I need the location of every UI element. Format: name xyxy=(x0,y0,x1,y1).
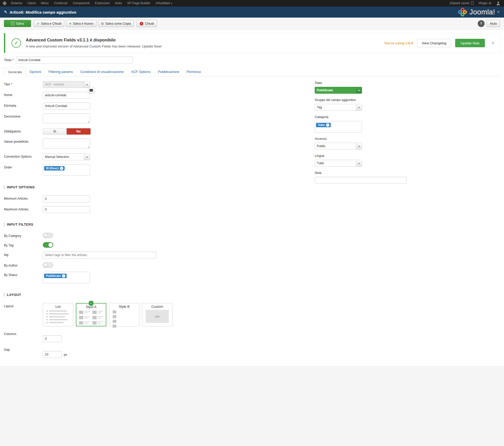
joomla-icon[interactable] xyxy=(3,1,7,5)
menu-contenuti[interactable]: Contenuti xyxy=(51,0,70,7)
minimum-articles-input[interactable] xyxy=(43,195,90,202)
admin-bar-right: JSpeed cache Vilogic⧉ xyxy=(447,0,500,7)
accesso-label: Accesso xyxy=(315,137,407,141)
remove-tag-icon[interactable]: × xyxy=(62,274,65,278)
by-author-toggle[interactable] xyxy=(43,262,53,268)
gruppo-select[interactable]: Tag ▾ xyxy=(315,104,362,111)
chevron-down-icon[interactable]: ▾ xyxy=(84,81,90,88)
tab-permessi[interactable]: Permessi xyxy=(183,68,204,76)
save-new-button[interactable]: + Salva e Nuovo xyxy=(66,20,96,27)
tab-acf-options[interactable]: ACF Options xyxy=(127,68,154,76)
layout-option-list[interactable]: List xyxy=(43,303,73,326)
jspeed-cache-link[interactable]: JSpeed cache xyxy=(447,0,476,7)
by-category-toggle[interactable] xyxy=(43,233,53,238)
help-circle-icon[interactable]: ? xyxy=(478,20,485,27)
remove-tag-icon[interactable]: × xyxy=(326,123,329,127)
browser-extension-icon[interactable] xyxy=(88,87,94,93)
stato-select[interactable]: Pubblicato ▾ xyxy=(315,87,362,94)
obbligatorio-label: Obbligatorio xyxy=(4,128,43,135)
title-input[interactable] xyxy=(16,57,133,63)
tag-label: tag xyxy=(4,252,43,258)
save-button[interactable]: ✓ Salva xyxy=(4,20,31,27)
field-row-tag: tag xyxy=(4,252,298,258)
order-tagbox[interactable]: ID (Desc) × xyxy=(43,164,90,176)
save-label: Salva xyxy=(16,22,24,25)
chevron-down-icon[interactable]: ▾ xyxy=(356,160,362,166)
by-status-tag-chip[interactable]: Pubblicato × xyxy=(44,274,67,278)
layout-option-style-b[interactable]: Style B xyxy=(109,303,139,326)
vilogic-link[interactable]: Vilogic⧉ xyxy=(476,0,494,7)
nome-input[interactable] xyxy=(43,92,90,99)
etichetta-label: Etichetta xyxy=(4,103,43,109)
by-tag-toggle[interactable] xyxy=(43,242,53,248)
order-tag-chip[interactable]: ID (Desc) × xyxy=(44,166,65,171)
tab-filtering-params[interactable]: Filtering params xyxy=(45,68,77,76)
update-notice: ✓ Advanced Custom Fields v3.1.1 è dispon… xyxy=(4,33,500,53)
toolbar: ✓ Salva ✓ Salva e Chiudi + Salva e Nuovo… xyxy=(0,18,504,30)
menu-sp-page-builder[interactable]: SP Page Builder xyxy=(125,0,153,7)
close-icon[interactable]: × xyxy=(491,40,495,46)
tab-opzioni[interactable]: Opzioni xyxy=(26,68,45,76)
remove-tag-icon[interactable]: × xyxy=(60,167,63,170)
menu-utenti[interactable]: Utenti xyxy=(25,0,38,7)
menu-aiuto[interactable]: Aiuto xyxy=(112,0,124,7)
section-heading-input-options: INPUT OPTIONS xyxy=(4,185,298,189)
user-icon[interactable] xyxy=(496,2,500,5)
maximum-articles-input[interactable] xyxy=(43,206,90,213)
columns-input[interactable] xyxy=(43,335,62,342)
close-button[interactable]: × Chiudi xyxy=(136,20,157,27)
tab-pubblicazione[interactable]: Pubblicazione xyxy=(154,68,183,76)
categoria-tagbox[interactable]: Tutte × xyxy=(315,121,362,132)
menu-estensioni[interactable]: Estensioni xyxy=(92,0,112,7)
menu-sistema[interactable]: Sistema xyxy=(8,0,25,7)
menu-componenti[interactable]: Componenti xyxy=(70,0,92,7)
connection-options-select[interactable]: Manual Selection ▾ xyxy=(43,153,90,160)
layout-option-custom[interactable]: Custom </> xyxy=(142,303,172,326)
by-status-tagbox[interactable]: Pubblicato × xyxy=(43,272,90,283)
tipo-label: Tipo * xyxy=(4,81,43,88)
help-button[interactable]: Aiuto xyxy=(487,20,500,27)
stato-label: Stato xyxy=(315,81,407,85)
layout-option-style-a[interactable]: ✓ Style A xyxy=(76,303,106,326)
layout-list-preview xyxy=(43,310,73,324)
categoria-tag-chip[interactable]: Tutte × xyxy=(316,123,331,127)
cancel-icon: × xyxy=(140,22,143,25)
nota-input[interactable] xyxy=(315,177,407,184)
tab-condizioni-visualizzazione[interactable]: Condizioni di visualizzazione xyxy=(77,68,127,76)
layout-option-list-label: List xyxy=(43,305,73,309)
gap-input[interactable] xyxy=(43,351,62,358)
menu-menu[interactable]: Menu xyxy=(38,0,51,7)
tipo-value: ACF - Articles xyxy=(43,81,84,88)
accesso-select[interactable]: Public ▾ xyxy=(315,143,362,150)
obbligatorio-no-button[interactable]: No xyxy=(67,128,91,135)
tag-input[interactable] xyxy=(43,252,156,258)
joomla-logo-mark xyxy=(458,8,467,17)
field-row-gap: Gap px xyxy=(4,348,298,358)
etichetta-input[interactable] xyxy=(43,103,90,109)
section-heading-input-filters: INPUT FILTERS xyxy=(4,222,298,226)
chevron-down-icon[interactable]: ▾ xyxy=(356,104,362,110)
check-icon: ✓ xyxy=(37,22,39,25)
gap-unit: px xyxy=(64,353,67,357)
view-changelog-button[interactable]: View Changelog xyxy=(417,39,451,47)
chevron-down-icon[interactable]: ▾ xyxy=(356,87,362,93)
chevron-down-icon[interactable]: ▾ xyxy=(356,143,362,149)
obbligatorio-yes-button[interactable]: Sì xyxy=(43,128,67,135)
lingua-select[interactable]: Tutte ▾ xyxy=(315,160,362,167)
update-now-button[interactable]: Update Now xyxy=(455,39,485,47)
field-row-descrizione: Descrizione xyxy=(4,113,298,124)
connection-options-label: Connection Options xyxy=(4,153,43,160)
admin-top-bar: Sistema Utenti Menu Contenuti Componenti… xyxy=(0,0,504,7)
descrizione-textarea[interactable] xyxy=(43,113,90,123)
descrizione-label: Descrizione xyxy=(4,113,43,124)
form-tabs: Generale Opzioni Filtering params Condiz… xyxy=(4,68,500,76)
valore-predefinito-textarea[interactable] xyxy=(43,139,90,148)
menu-virtuemart[interactable]: VirtueMart▾ xyxy=(153,0,175,7)
chevron-down-icon[interactable]: ▾ xyxy=(84,154,90,160)
save-copy-button[interactable]: ⧉ Salva come Copia xyxy=(98,20,134,27)
tab-generale[interactable]: Generale xyxy=(4,68,26,76)
layout-label: Layout xyxy=(4,303,43,326)
jspeed-cache-label: JSpeed cache xyxy=(449,0,469,7)
save-close-button[interactable]: ✓ Salva e Chiudi xyxy=(34,20,64,27)
notice-title: Advanced Custom Fields v3.1.1 è disponib… xyxy=(26,38,162,43)
